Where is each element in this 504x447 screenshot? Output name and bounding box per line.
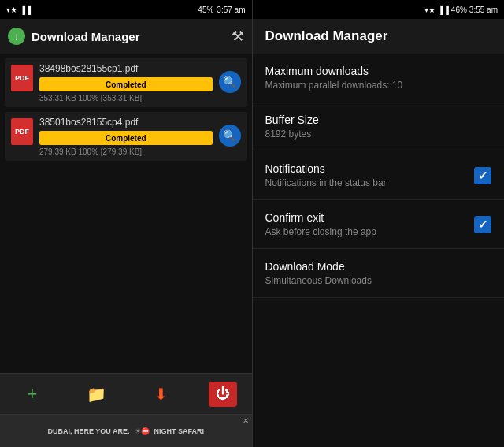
settings-item-text-buffer-size: Buffer Size 8192 bytes xyxy=(265,114,492,140)
settings-title-buffer-size: Buffer Size xyxy=(265,114,492,126)
status-bar-left: ▾★ ▐▐ 45% 3:57 am xyxy=(0,0,252,19)
settings-title-confirm-exit: Confirm exit xyxy=(265,211,475,224)
power-button[interactable]: ⏻ xyxy=(209,382,237,407)
notifications-checkbox[interactable]: ✓ xyxy=(474,167,491,184)
file-name-2: 38501bos28155cp4.pdf xyxy=(39,117,213,128)
right-status-icons: ▾★ ▐▐ 46% 3:55 am xyxy=(424,6,498,14)
download-info-2: 38501bos28155cp4.pdf Completed 279.39 KB… xyxy=(39,117,213,156)
settings-item-text-max-downloads: Maximum downloads Maximum parallel downl… xyxy=(265,65,492,91)
add-button[interactable]: + xyxy=(15,379,50,409)
settings-title-notifications: Notifications xyxy=(265,162,475,175)
app-icon: ↓ xyxy=(8,28,25,45)
progress-label-1: Completed xyxy=(106,80,146,89)
settings-header: Download Manager xyxy=(253,19,505,54)
file-name-1: 38498bos28155cp1.pdf xyxy=(39,63,213,74)
settings-subtitle-download-mode: Simultaneous Downloads xyxy=(265,275,492,286)
signal-bars-right: ▐▐ xyxy=(438,6,449,14)
battery-left: 45% xyxy=(198,6,213,14)
settings-item-text-notifications: Notifications Notifications in the statu… xyxy=(265,162,475,188)
pdf-icon-2: PDF xyxy=(11,118,33,145)
settings-title-max-downloads: Maximum downloads xyxy=(265,65,492,77)
app-title-left: Download Manager xyxy=(32,30,140,43)
download-button[interactable]: ⬇ xyxy=(144,379,179,409)
settings-item-notifications[interactable]: Notifications Notifications in the statu… xyxy=(253,151,505,200)
download-item-2[interactable]: PDF 38501bos28155cp4.pdf Completed 279.3… xyxy=(5,112,247,161)
time-left: 3:57 am xyxy=(217,6,245,14)
confirm-exit-checkbox[interactable]: ✓ xyxy=(474,216,491,233)
settings-list: Maximum downloads Maximum parallel downl… xyxy=(253,54,505,447)
left-panel: ▾★ ▐▐ 45% 3:57 am ↓ Download Manager ⚒ P… xyxy=(0,0,252,447)
bottom-bar-left: + 📁 ⬇ ⏻ xyxy=(0,373,252,414)
settings-item-buffer-size[interactable]: Buffer Size 8192 bytes xyxy=(253,102,505,151)
battery-right: 46% xyxy=(451,6,467,14)
ad-separator: ☀⛔ xyxy=(135,427,150,435)
ad-text-1: DUBAI, HERE YOU ARE. xyxy=(47,427,129,435)
file-size-2: 279.39 KB 100% [279.39 KB] xyxy=(39,147,213,156)
search-btn-1[interactable]: 🔍 xyxy=(219,71,241,93)
progress-bar-1: Completed xyxy=(39,77,213,91)
left-status-icons: ▾★ ▐▐ xyxy=(6,6,31,14)
ad-text-2: NIGHT SAFARI xyxy=(154,427,205,435)
settings-subtitle-confirm-exit: Ask before closing the app xyxy=(265,226,475,237)
file-size-1: 353.31 KB 100% [353.31 KB] xyxy=(39,94,213,102)
settings-item-confirm-exit[interactable]: Confirm exit Ask before closing the app … xyxy=(253,200,505,249)
time-right: 3:55 am xyxy=(469,6,498,14)
settings-item-text-download-mode: Download Mode Simultaneous Downloads xyxy=(265,260,492,286)
notifications-check-icon: ✓ xyxy=(478,169,488,183)
app-header-left-content: ↓ Download Manager xyxy=(8,28,140,45)
download-list: PDF 38498bos28155cp1.pdf Completed 353.3… xyxy=(0,54,252,373)
settings-item-max-downloads[interactable]: Maximum downloads Maximum parallel downl… xyxy=(253,54,505,102)
settings-subtitle-notifications: Notifications in the status bar xyxy=(265,177,475,188)
settings-subtitle-buffer-size: 8192 bytes xyxy=(265,129,492,140)
ad-close-button[interactable]: ✕ xyxy=(243,416,249,425)
settings-icon-left[interactable]: ⚒ xyxy=(232,28,244,45)
right-panel: ▾★ ▐▐ 46% 3:55 am Download Manager Maxim… xyxy=(253,0,505,447)
progress-label-2: Completed xyxy=(106,134,146,143)
confirm-exit-check-icon: ✓ xyxy=(478,218,488,232)
pdf-icon-1: PDF xyxy=(11,65,33,91)
progress-bar-2: Completed xyxy=(39,131,213,145)
wifi-icon-right: ▾★ xyxy=(424,6,435,14)
app-header-left: ↓ Download Manager ⚒ xyxy=(0,19,252,54)
download-item-1[interactable]: PDF 38498bos28155cp1.pdf Completed 353.3… xyxy=(5,58,247,107)
settings-title-download-mode: Download Mode xyxy=(265,260,492,273)
search-btn-2[interactable]: 🔍 xyxy=(219,125,241,147)
status-bar-right: ▾★ ▐▐ 46% 3:55 am xyxy=(253,0,505,19)
ad-bar: DUBAI, HERE YOU ARE. ☀⛔ NIGHT SAFARI ✕ xyxy=(0,414,252,447)
app-icon-arrow: ↓ xyxy=(14,30,20,43)
ad-inner: DUBAI, HERE YOU ARE. ☀⛔ NIGHT SAFARI xyxy=(0,415,252,447)
settings-title: Download Manager xyxy=(265,28,388,44)
settings-item-text-confirm-exit: Confirm exit Ask before closing the app xyxy=(265,211,475,237)
settings-subtitle-max-downloads: Maximum parallel downloads: 10 xyxy=(265,80,492,91)
settings-item-download-mode[interactable]: Download Mode Simultaneous Downloads xyxy=(253,249,505,298)
signal-bars-left: ▐▐ xyxy=(20,6,31,14)
wifi-icon-left: ▾★ xyxy=(6,6,17,14)
folder-button[interactable]: 📁 xyxy=(80,379,114,409)
download-info-1: 38498bos28155cp1.pdf Completed 353.31 KB… xyxy=(39,63,213,102)
